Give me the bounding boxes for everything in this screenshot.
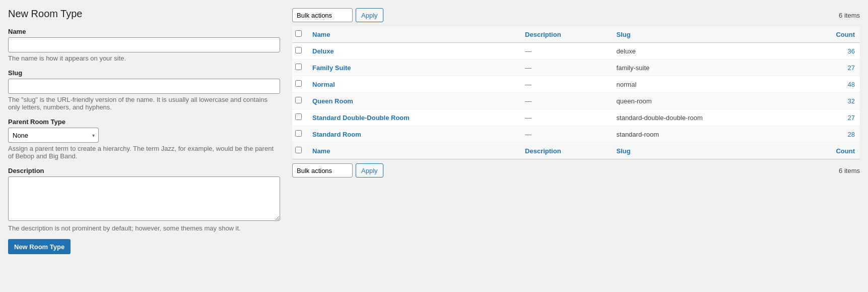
row-slug-value: standard-room: [617, 131, 659, 138]
table-row: Deluxe — deluxe 36: [292, 43, 860, 60]
row-name-link[interactable]: Deluxe: [312, 47, 334, 55]
row-name-link[interactable]: Normal: [312, 81, 335, 88]
description-label: Description: [8, 167, 280, 174]
row-checkbox-cell[interactable]: [292, 76, 307, 93]
slug-hint: The "slug" is the URL-friendly version o…: [8, 96, 280, 111]
description-column-header[interactable]: Description: [520, 26, 611, 43]
slug-column-header[interactable]: Slug: [612, 26, 803, 43]
row-checkbox[interactable]: [295, 47, 302, 53]
slug-field-group: Slug The "slug" is the URL-friendly vers…: [8, 69, 280, 111]
new-room-type-panel: New Room Type Name The name is how it ap…: [8, 8, 280, 284]
select-all-footer-checkbox[interactable]: [295, 147, 302, 153]
slug-label: Slug: [8, 69, 280, 77]
row-count-cell: 48: [803, 76, 860, 93]
row-slug-value: normal: [617, 81, 637, 88]
table-row: Standard Room — standard-room 28: [292, 126, 860, 143]
parent-select[interactable]: None: [8, 128, 99, 143]
top-apply-button[interactable]: Apply: [356, 8, 383, 22]
row-count-value: 32: [848, 97, 855, 105]
row-count-value: 27: [848, 64, 855, 72]
name-column-header[interactable]: Name: [307, 26, 520, 43]
row-name-cell: Normal: [307, 76, 520, 93]
table-row: Normal — normal 48: [292, 76, 860, 93]
bottom-toolbar: Bulk actions Apply 6 items: [292, 163, 860, 178]
row-name-link[interactable]: Family Suite: [312, 64, 351, 72]
table-footer-row: Name Description Slug Count: [292, 143, 860, 159]
row-description-cell: —: [520, 60, 611, 76]
row-name-link[interactable]: Queen Room: [312, 97, 353, 105]
row-name-cell: Deluxe: [307, 43, 520, 60]
row-checkbox[interactable]: [295, 64, 302, 70]
row-count-cell: 27: [803, 109, 860, 126]
new-room-type-button[interactable]: New Room Type: [8, 239, 71, 254]
top-toolbar: Bulk actions Apply 6 items: [292, 8, 860, 22]
top-bulk-select-wrapper: Bulk actions: [292, 8, 353, 22]
row-name-link[interactable]: Standard Double-Double Room: [312, 114, 410, 122]
row-description-cell: —: [520, 109, 611, 126]
description-field-group: Description The description is not promi…: [8, 167, 280, 232]
row-checkbox[interactable]: [295, 113, 302, 120]
row-slug-cell: standard-double-double-room: [612, 109, 803, 126]
top-bulk-actions-row: Bulk actions Apply: [292, 8, 383, 22]
row-name-cell: Standard Room: [307, 126, 520, 143]
row-description-value: —: [525, 114, 531, 122]
parent-select-wrapper: None ▾: [8, 128, 99, 143]
name-input[interactable]: [8, 37, 280, 52]
row-slug-cell: queen-room: [612, 93, 803, 109]
description-hint: The description is not prominent by defa…: [8, 224, 280, 232]
row-checkbox[interactable]: [295, 97, 302, 103]
row-slug-value: queen-room: [617, 97, 652, 105]
row-checkbox-cell[interactable]: [292, 126, 307, 143]
description-input[interactable]: [8, 177, 280, 221]
slug-input[interactable]: [8, 79, 280, 94]
parent-label: Parent Room Type: [8, 118, 280, 126]
select-all-footer[interactable]: [292, 143, 307, 159]
table-row: Standard Double-Double Room — standard-d…: [292, 109, 860, 126]
name-footer-header: Name: [307, 143, 520, 159]
row-count-value: 36: [848, 47, 855, 55]
row-slug-value: deluxe: [617, 47, 636, 55]
bottom-bulk-select-wrapper: Bulk actions: [292, 163, 353, 178]
row-count-cell: 27: [803, 60, 860, 76]
row-description-value: —: [525, 47, 531, 55]
row-count-value: 48: [848, 81, 855, 88]
row-count-value: 27: [848, 114, 855, 122]
count-column-header[interactable]: Count: [803, 26, 860, 43]
row-description-value: —: [525, 97, 531, 105]
top-bulk-actions-select[interactable]: Bulk actions: [292, 8, 353, 22]
row-description-cell: —: [520, 126, 611, 143]
row-slug-cell: normal: [612, 76, 803, 93]
panel-title: New Room Type: [8, 8, 280, 20]
row-name-link[interactable]: Standard Room: [312, 131, 361, 138]
row-checkbox-cell[interactable]: [292, 43, 307, 60]
parent-field-group: Parent Room Type None ▾ Assign a parent …: [8, 118, 280, 160]
row-description-cell: —: [520, 93, 611, 109]
name-hint: The name is how it appears on your site.: [8, 54, 280, 62]
row-description-cell: —: [520, 43, 611, 60]
bottom-bulk-actions-row: Bulk actions Apply: [292, 163, 383, 178]
row-description-value: —: [525, 131, 531, 138]
row-name-cell: Queen Room: [307, 93, 520, 109]
row-checkbox[interactable]: [295, 130, 302, 137]
select-all-header[interactable]: [292, 26, 307, 43]
row-checkbox-cell[interactable]: [292, 60, 307, 76]
bottom-bulk-actions-select[interactable]: Bulk actions: [292, 163, 353, 178]
row-description-value: —: [525, 64, 531, 72]
row-description-cell: —: [520, 76, 611, 93]
row-name-cell: Family Suite: [307, 60, 520, 76]
row-slug-value: standard-double-double-room: [617, 114, 703, 122]
table-header-row: Name Description Slug Count: [292, 26, 860, 43]
row-checkbox[interactable]: [295, 80, 302, 87]
row-description-value: —: [525, 81, 531, 88]
count-footer-header: Count: [803, 143, 860, 159]
slug-footer-header: Slug: [612, 143, 803, 159]
bottom-apply-button[interactable]: Apply: [356, 163, 383, 178]
row-checkbox-cell[interactable]: [292, 93, 307, 109]
row-checkbox-cell[interactable]: [292, 109, 307, 126]
select-all-checkbox[interactable]: [295, 30, 302, 37]
parent-hint: Assign a parent term to create a hierarc…: [8, 145, 280, 160]
top-items-count: 6 items: [839, 12, 860, 19]
row-count-cell: 28: [803, 126, 860, 143]
room-types-table: Name Description Slug Count: [292, 26, 860, 159]
table-row: Queen Room — queen-room 32: [292, 93, 860, 109]
